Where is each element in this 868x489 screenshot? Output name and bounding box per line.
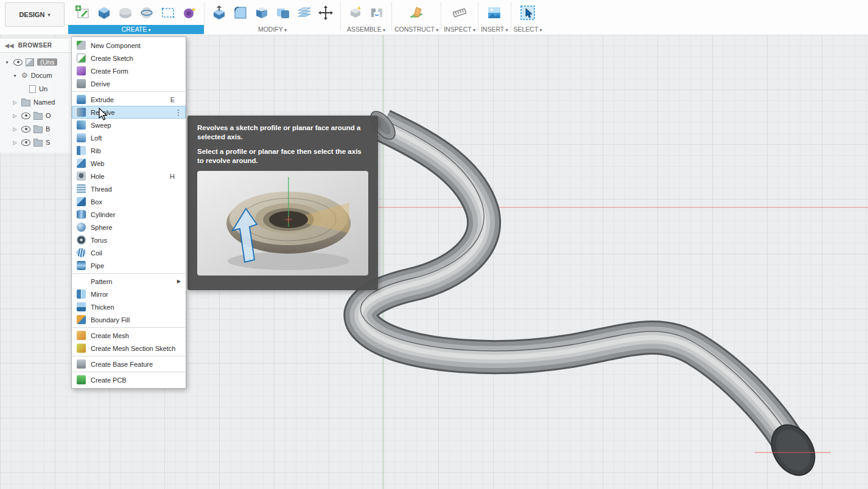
visibility-eye-icon[interactable] <box>21 139 30 146</box>
menu-item-boundary-fill[interactable]: Boundary Fill <box>72 313 186 326</box>
create-menu-tab-label: CREATE <box>121 26 147 33</box>
menu-item-box[interactable]: Box <box>72 195 186 208</box>
shell-button[interactable] <box>253 4 270 21</box>
tree-item-label: B <box>46 125 50 133</box>
menu-item-revolve[interactable]: Revolve⋮ <box>72 106 186 119</box>
construct-menu-tab[interactable]: CONSTRUCT <box>392 25 441 34</box>
torus-icon <box>77 235 86 244</box>
offset-face-button[interactable] <box>296 4 313 21</box>
menu-item-sphere[interactable]: Sphere <box>72 221 186 234</box>
kebab-menu-icon[interactable]: ⋮ <box>175 108 181 117</box>
pipe-body[interactable] <box>360 107 823 483</box>
press-pull-button[interactable] <box>211 4 228 21</box>
menu-item-label: Coil <box>91 249 102 257</box>
caret-down-icon: ▾ <box>48 12 51 18</box>
combine-icon <box>275 5 291 21</box>
menu-item-create-pcb[interactable]: Create PCB <box>72 373 186 386</box>
menu-item-create-base-feature[interactable]: Create Base Feature <box>72 358 186 370</box>
create-bbox-button[interactable] <box>159 4 177 21</box>
submenu-arrow-icon: ▶ <box>177 279 181 284</box>
toolbar-group-construct: CONSTRUCT <box>392 0 441 34</box>
create-pcb-button[interactable] <box>181 4 198 21</box>
offset-planes-icon <box>296 5 312 21</box>
menu-item-sweep[interactable]: Sweep <box>72 119 186 131</box>
inspect-menu-tab[interactable]: INSPECT <box>441 25 478 34</box>
workspace-switcher[interactable]: DESIGN ▾ <box>5 2 65 27</box>
insert-menu-tab[interactable]: INSERT <box>478 25 511 34</box>
toolbar-groups: CREATE MODIFY ASSEMBLE <box>68 0 545 35</box>
menu-item-create-mesh-section-sketch[interactable]: Create Mesh Section Sketch <box>72 342 186 355</box>
expand-arrow-icon[interactable]: ▷ <box>12 127 18 132</box>
select-button[interactable] <box>519 4 536 21</box>
gear-icon: ⚙ <box>21 72 28 79</box>
collapse-arrow-icon[interactable]: ▾ <box>4 60 10 65</box>
inspect-menu-tab-label: INSPECT <box>444 26 472 33</box>
menu-item-label: Create Mesh Section Sketch <box>91 345 175 352</box>
create-solid-button[interactable] <box>96 4 113 21</box>
joint-button[interactable] <box>368 4 385 21</box>
menu-item-label: Loft <box>91 134 102 142</box>
hole-icon <box>77 172 86 181</box>
menu-item-thicken[interactable]: Thicken <box>72 300 186 313</box>
expand-arrow-icon[interactable]: ▷ <box>12 100 18 105</box>
create-patch-button[interactable] <box>138 4 155 21</box>
menu-item-extrude[interactable]: ExtrudeE <box>72 93 186 106</box>
assemble-menu-tab[interactable]: ASSEMBLE <box>341 25 391 34</box>
visibility-eye-icon[interactable] <box>13 59 23 66</box>
visibility-eye-icon[interactable] <box>21 126 30 133</box>
menu-item-derive[interactable]: Derive <box>72 77 186 90</box>
menu-item-pattern[interactable]: Pattern▶ <box>72 275 186 288</box>
revolve-icon <box>77 108 86 117</box>
thicken-icon <box>77 302 86 311</box>
menu-item-torus[interactable]: Torus <box>72 234 186 246</box>
menu-divider <box>72 356 185 356</box>
menu-item-pipe[interactable]: Pipe <box>72 259 186 272</box>
menu-item-label: Rib <box>91 147 101 154</box>
tree-item-label: Un <box>39 85 47 92</box>
create-sketch-icon <box>77 54 86 63</box>
press-pull-icon <box>211 5 227 21</box>
combine-button[interactable] <box>275 4 292 21</box>
modify-menu-tab[interactable]: MODIFY <box>205 25 340 34</box>
extrude-icon <box>77 95 86 104</box>
move-copy-button[interactable] <box>317 4 334 21</box>
menu-item-label: Create Base Feature <box>91 361 153 368</box>
menu-item-web[interactable]: Web <box>72 157 186 170</box>
visibility-eye-icon[interactable] <box>21 113 30 119</box>
menu-item-coil[interactable]: Coil <box>72 246 186 259</box>
collapse-browser-icon[interactable]: ◀◀ <box>5 43 14 49</box>
new-component-icon <box>348 5 363 21</box>
select-menu-tab[interactable]: SELECT <box>511 25 545 34</box>
menu-item-rib[interactable]: Rib <box>72 144 186 157</box>
menu-item-label: Derive <box>91 80 110 88</box>
menu-item-create-mesh[interactable]: Create Mesh <box>72 329 186 342</box>
modify-menu-tab-label: MODIFY <box>258 26 283 33</box>
construction-plane-icon <box>408 5 424 21</box>
menu-item-new-component[interactable]: New Component <box>72 39 186 52</box>
measure-button[interactable] <box>451 4 468 21</box>
create-menu-tab[interactable]: CREATE <box>68 25 204 34</box>
coil-icon <box>77 248 86 257</box>
new-component-button[interactable] <box>347 4 364 21</box>
menu-item-label: Revolve <box>91 109 115 116</box>
patch-sphere-icon <box>139 5 155 21</box>
expand-arrow-icon[interactable]: ▷ <box>12 113 18 119</box>
pipe-icon <box>77 261 86 270</box>
select-cursor-icon <box>520 5 536 21</box>
menu-item-hole[interactable]: HoleH <box>72 170 186 182</box>
create-form-button[interactable] <box>117 4 134 21</box>
menu-item-thread[interactable]: Thread <box>72 182 186 195</box>
insert-image-button[interactable] <box>486 4 503 21</box>
expand-arrow-icon[interactable]: ▷ <box>12 140 18 145</box>
create-sketch-button[interactable] <box>74 4 91 21</box>
shell-icon <box>254 5 270 21</box>
fillet-button[interactable] <box>232 4 249 21</box>
menu-item-label: Mirror <box>91 291 108 298</box>
collapse-arrow-icon[interactable]: ▾ <box>12 73 18 78</box>
construct-plane-button[interactable] <box>408 4 425 21</box>
menu-item-create-form[interactable]: Create Form <box>72 64 186 77</box>
menu-item-cylinder[interactable]: Cylinder <box>72 208 186 221</box>
menu-item-create-sketch[interactable]: Create Sketch <box>72 52 186 64</box>
menu-item-mirror[interactable]: Mirror <box>72 288 186 300</box>
menu-item-loft[interactable]: Loft <box>72 131 186 144</box>
